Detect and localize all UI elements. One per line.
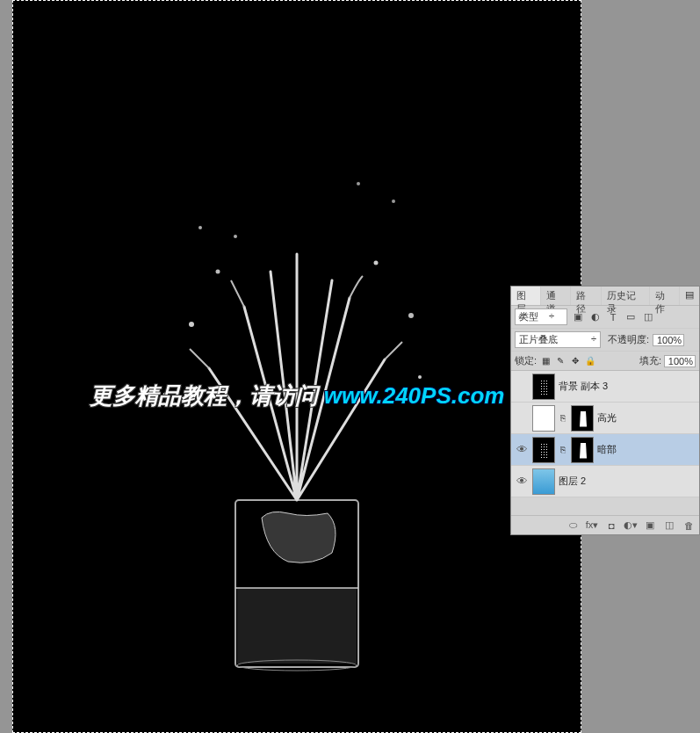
svg-point-10 xyxy=(392,200,395,203)
opacity-label: 不透明度: xyxy=(608,333,649,346)
watermark-text-2: www.240PS.com xyxy=(324,382,505,409)
lock-position-icon[interactable]: ✥ xyxy=(569,355,581,367)
layers-list: 背景 副本 3 ⎘ 高光 👁 ⎘ 暗部 👁 图层 2 xyxy=(511,371,699,515)
svg-point-8 xyxy=(408,313,414,318)
lock-all-icon[interactable]: 🔒 xyxy=(584,355,596,367)
layer-thumbnail[interactable] xyxy=(532,405,555,432)
add-mask-icon[interactable]: ◘ xyxy=(604,519,618,533)
svg-point-9 xyxy=(418,375,422,379)
layer-thumbnail[interactable] xyxy=(532,468,555,495)
visibility-toggle[interactable]: 👁 xyxy=(515,475,529,488)
layer-row[interactable]: 👁 图层 2 xyxy=(511,466,699,497)
tab-layers[interactable]: 图层 xyxy=(511,287,541,305)
lock-row: 锁定: ▦ ✎ ✥ 🔒 填充: 100% xyxy=(511,352,699,371)
layer-name[interactable]: 高光 xyxy=(597,411,617,425)
watermark-text-1: 更多精品教程，请访问 xyxy=(90,382,318,409)
canvas-area[interactable]: 更多精品教程，请访问 www.240PS.com xyxy=(12,0,581,733)
layer-mask-thumbnail[interactable] xyxy=(571,437,594,463)
layers-panel: 图层 通道 路径 历史记录 动作 ▤ 类型 ÷ ▣ ◐ T ▭ ◫ 正片叠底÷ … xyxy=(510,286,700,535)
delete-layer-icon[interactable]: 🗑 xyxy=(682,519,696,533)
lock-pixels-icon[interactable]: ✎ xyxy=(554,355,566,367)
svg-point-11 xyxy=(357,182,360,185)
filter-smart-icon[interactable]: ◫ xyxy=(641,310,655,324)
opacity-input[interactable]: 100% xyxy=(653,334,684,346)
layer-name[interactable]: 图层 2 xyxy=(559,475,586,488)
splash-glass-image xyxy=(112,149,481,693)
layer-mask-thumbnail[interactable] xyxy=(571,405,594,432)
panel-menu-icon[interactable]: ▤ xyxy=(680,287,699,305)
mask-link-icon[interactable]: ⎘ xyxy=(559,413,567,423)
panel-tabs: 图层 通道 路径 历史记录 动作 ▤ xyxy=(511,287,699,306)
layer-row[interactable]: ⎘ 高光 xyxy=(511,403,699,434)
watermark: 更多精品教程，请访问 www.240PS.com xyxy=(90,381,505,411)
adjustment-layer-icon[interactable]: ◐▾ xyxy=(624,519,638,533)
tab-history[interactable]: 历史记录 xyxy=(602,287,650,305)
panel-footer: ⬭ fx▾ ◘ ◐▾ ▣ ◫ 🗑 xyxy=(511,515,699,534)
svg-rect-1 xyxy=(237,588,357,664)
fill-label: 填充: xyxy=(639,354,661,367)
lock-transparent-icon[interactable]: ▦ xyxy=(539,355,552,367)
tab-paths[interactable]: 路径 xyxy=(571,287,601,305)
layer-name[interactable]: 背景 副本 3 xyxy=(559,380,608,393)
filter-shape-icon[interactable]: ▭ xyxy=(624,310,638,324)
blend-row: 正片叠底÷ 不透明度: 100% xyxy=(511,329,699,352)
layer-thumbnail[interactable] xyxy=(532,374,555,400)
layer-row[interactable]: 👁 ⎘ 暗部 xyxy=(511,434,699,466)
layer-name[interactable]: 暗部 xyxy=(597,443,617,456)
tab-channels[interactable]: 通道 xyxy=(541,287,571,305)
link-layers-icon[interactable]: ⬭ xyxy=(566,519,580,533)
svg-point-6 xyxy=(234,235,237,238)
filter-text-icon[interactable]: T xyxy=(606,310,620,324)
svg-point-7 xyxy=(374,261,379,265)
mask-link-icon[interactable]: ⎘ xyxy=(559,445,567,454)
fill-input[interactable]: 100% xyxy=(664,355,696,367)
group-icon[interactable]: ▣ xyxy=(643,519,657,533)
layer-thumbnail[interactable] xyxy=(532,437,555,463)
svg-point-13 xyxy=(198,226,202,229)
svg-point-4 xyxy=(189,322,194,327)
lock-label: 锁定: xyxy=(515,354,537,367)
new-layer-icon[interactable]: ◫ xyxy=(662,519,676,533)
filter-image-icon[interactable]: ▣ xyxy=(571,310,585,324)
svg-point-5 xyxy=(216,270,220,274)
visibility-toggle[interactable]: 👁 xyxy=(515,443,529,456)
type-filter-select[interactable]: 类型 ÷ xyxy=(515,308,567,325)
tab-actions[interactable]: 动作 xyxy=(650,287,680,305)
fx-icon[interactable]: fx▾ xyxy=(585,519,599,533)
blend-mode-select[interactable]: 正片叠底÷ xyxy=(515,331,601,348)
filter-adjust-icon[interactable]: ◐ xyxy=(588,310,603,324)
layer-list-empty xyxy=(511,497,699,515)
layer-row[interactable]: 背景 副本 3 xyxy=(511,371,699,403)
canvas-image: 更多精品教程，请访问 www.240PS.com xyxy=(13,1,581,732)
filter-row: 类型 ÷ ▣ ◐ T ▭ ◫ xyxy=(511,306,699,329)
